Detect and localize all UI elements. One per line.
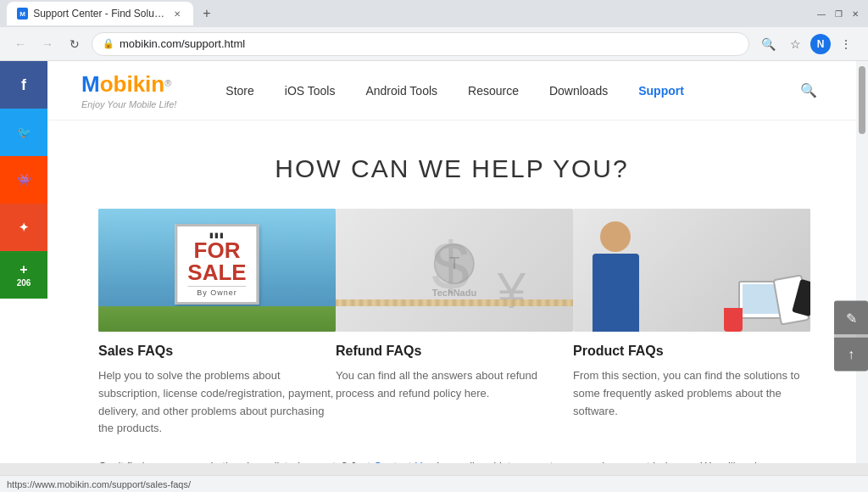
- refund-faq-desc: You can find all the answers about refun…: [336, 367, 573, 403]
- sales-faq-desc: Help you to solve the problems about sub…: [98, 367, 336, 438]
- nav-menu: Store iOS Tools Android Tools Resource D…: [210, 77, 795, 104]
- forward-button[interactable]: →: [37, 34, 58, 54]
- search-icon[interactable]: 🔍: [756, 32, 780, 56]
- twitter-share-button[interactable]: 🐦: [0, 109, 47, 156]
- site-header: Mobikin® Enjoy Your Mobile Life! Store i…: [47, 61, 856, 120]
- facebook-share-button[interactable]: f: [0, 61, 47, 109]
- lock-icon: 🔒: [103, 38, 114, 49]
- refund-faq-title: Refund FAQs: [336, 344, 573, 359]
- bookmark-icon[interactable]: ☆: [783, 32, 807, 56]
- nav-downloads[interactable]: Downloads: [534, 77, 623, 104]
- reddit-icon: 👾: [17, 173, 31, 187]
- social-sidebar: f 🐦 👾 ✦ + 206: [0, 61, 47, 463]
- main-content: Mobikin® Enjoy Your Mobile Life! Store i…: [47, 61, 856, 463]
- contact-us-link[interactable]: Contact Us: [374, 460, 428, 463]
- logo-tagline: Enjoy Your Mobile Life!: [81, 99, 176, 109]
- technadu-watermark: T TechNadu: [432, 243, 476, 298]
- hero-title: HOW CAN WE HELP YOU?: [64, 154, 839, 183]
- bottom-text-before: Can't find your answer in the above-list…: [98, 460, 374, 463]
- technadu-brand: TechNadu: [432, 288, 476, 298]
- product-faq-desc: From this section, you can find the solu…: [573, 367, 810, 420]
- faq-section: ▮▮▮ FOR SALE By Owner Sales FAQs Help yo…: [47, 209, 856, 438]
- close-button[interactable]: ✕: [849, 8, 861, 20]
- reddit-share-button[interactable]: 👾: [0, 156, 47, 204]
- profile-button[interactable]: N: [810, 34, 831, 54]
- rope: [336, 299, 573, 306]
- nav-ios-tools[interactable]: iOS Tools: [270, 77, 351, 104]
- person-body: [593, 254, 639, 332]
- twitter-icon: 🐦: [17, 126, 31, 139]
- logo-obikin: obikin: [100, 71, 165, 97]
- logo-registered: ®: [164, 78, 171, 88]
- for-sale-sign: ▮▮▮ FOR SALE By Owner: [175, 224, 259, 305]
- person-figure: [581, 221, 649, 332]
- nav-store[interactable]: Store: [210, 77, 269, 104]
- technadu-logo-circle: T: [434, 243, 475, 284]
- product-faq-image: [573, 209, 810, 332]
- refund-faq-card[interactable]: $ ¥ T TechNadu Refund FAQs You can find …: [336, 209, 573, 438]
- plus-icon: +: [19, 262, 27, 277]
- fab-area: ✎ ↑: [834, 301, 868, 372]
- title-bar: M Support Center - Find Solutions ✕ + — …: [0, 0, 868, 27]
- facebook-icon: f: [21, 76, 26, 94]
- stumble-share-button[interactable]: ✦: [0, 204, 47, 251]
- stumble-icon: ✦: [19, 221, 29, 234]
- status-bar: https://www.mobikin.com/support/sales-fa…: [0, 475, 868, 492]
- address-actions: 🔍 ☆ N ⋮: [756, 32, 858, 56]
- minimize-button[interactable]: —: [815, 8, 827, 20]
- tab-close-button[interactable]: ✕: [172, 8, 183, 20]
- logo[interactable]: Mobikin®: [81, 71, 176, 98]
- status-url: https://www.mobikin.com/support/sales-fa…: [7, 479, 191, 489]
- refund-faq-image: $ ¥ T TechNadu: [336, 209, 573, 332]
- hero-section: HOW CAN WE HELP YOU?: [47, 120, 856, 209]
- add-share-button[interactable]: + 206: [0, 251, 47, 299]
- new-tab-button[interactable]: +: [197, 3, 217, 24]
- fab-divider: [834, 336, 868, 337]
- site-search-button[interactable]: 🔍: [795, 77, 822, 104]
- restore-button[interactable]: ❐: [832, 8, 844, 20]
- tab-bar: M Support Center - Find Solutions ✕ +: [7, 2, 810, 25]
- nav-android-tools[interactable]: Android Tools: [350, 77, 453, 104]
- tab-title: Support Center - Find Solutions: [33, 8, 167, 20]
- url-bar[interactable]: 🔒 mobikin.com/support.html: [92, 32, 749, 56]
- logo-area: Mobikin® Enjoy Your Mobile Life!: [81, 71, 176, 109]
- sales-faq-image: ▮▮▮ FOR SALE By Owner: [98, 209, 336, 332]
- sales-faq-card[interactable]: ▮▮▮ FOR SALE By Owner Sales FAQs Help yo…: [98, 209, 336, 438]
- red-cup: [724, 308, 743, 332]
- scrollbar[interactable]: [856, 61, 868, 463]
- logo-m: M: [81, 71, 100, 97]
- person-head: [600, 221, 631, 252]
- page-content: f 🐦 👾 ✦ + 206 Mobikin® Enjoy Your Mobile…: [0, 61, 868, 463]
- menu-button[interactable]: ⋮: [834, 32, 858, 56]
- yen-sign: ¥: [498, 261, 526, 320]
- scrollbar-thumb[interactable]: [859, 66, 865, 134]
- active-tab[interactable]: M Support Center - Find Solutions ✕: [7, 2, 193, 25]
- product-faq-title: Product FAQs: [573, 344, 810, 359]
- fab-edit-button[interactable]: ✎: [834, 301, 868, 335]
- nav-support[interactable]: Support: [623, 77, 699, 104]
- fab-up-button[interactable]: ↑: [834, 338, 868, 372]
- address-bar: ← → ↻ 🔒 mobikin.com/support.html 🔍 ☆ N ⋮: [0, 27, 868, 61]
- tab-favicon: M: [17, 8, 28, 20]
- bottom-text: Can't find your answer in the above-list…: [47, 438, 856, 463]
- reload-button[interactable]: ↻: [64, 34, 85, 54]
- share-count: 206: [17, 278, 31, 288]
- product-faq-card[interactable]: Product FAQs From this section, you can …: [573, 209, 810, 438]
- back-button[interactable]: ←: [10, 34, 31, 54]
- nav-resource[interactable]: Resource: [453, 77, 534, 104]
- sales-faq-title: Sales FAQs: [98, 344, 336, 359]
- window-controls: — ❐ ✕: [815, 8, 861, 20]
- browser-chrome: M Support Center - Find Solutions ✕ + — …: [0, 0, 868, 61]
- url-text: mobikin.com/support.html: [120, 37, 245, 50]
